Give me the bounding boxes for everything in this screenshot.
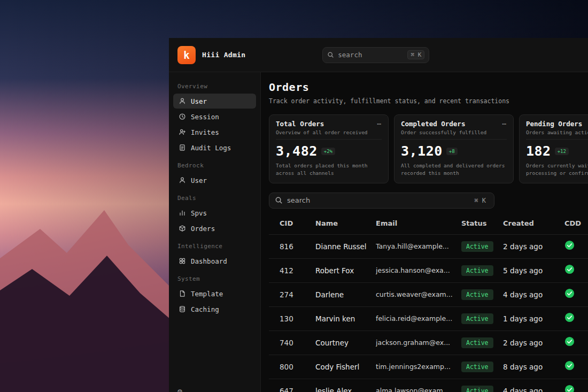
cell-status: Active bbox=[461, 361, 503, 372]
cell-name: Marvin ken bbox=[315, 314, 376, 323]
card-menu-button[interactable]: ⋯ bbox=[377, 122, 382, 126]
cell-cid: 412 bbox=[280, 266, 315, 275]
stat-card-total-orders: Total Orders ⋯ Overview of all order rec… bbox=[269, 114, 389, 183]
card-title: Pending Orders bbox=[526, 120, 582, 128]
database-icon bbox=[178, 305, 186, 313]
sidebar-item-label: Audit Logs bbox=[191, 144, 231, 152]
sidebar-item-user[interactable]: User bbox=[173, 94, 256, 109]
orders-table: CID Name Email Status Created CDD 816 Di… bbox=[269, 213, 588, 392]
cell-email: felicia.reid@example... bbox=[376, 314, 461, 322]
cell-cdd bbox=[564, 312, 588, 325]
mountain-silhouette bbox=[0, 178, 192, 392]
cell-created: 2 days ago bbox=[503, 339, 564, 347]
global-search[interactable]: ⌘ K bbox=[322, 47, 429, 63]
table-row[interactable]: 647 leslie Alex alma.lawson@exam... Acti… bbox=[269, 379, 588, 392]
sidebar-item-dashboard[interactable]: Dashboard bbox=[173, 253, 256, 268]
cell-status: Active bbox=[461, 385, 503, 392]
card-value: 3,482 bbox=[276, 143, 318, 159]
sidebar-item-invites[interactable]: Invites bbox=[173, 125, 256, 140]
status-badge: Active bbox=[461, 362, 493, 372]
column-header-name: Name bbox=[315, 219, 376, 227]
app-window: k Hiii Admin ⌘ K Overview User Session I… bbox=[169, 38, 588, 392]
sidebar-item-orders[interactable]: Orders bbox=[173, 221, 256, 236]
sidebar-item-label: User bbox=[191, 97, 207, 105]
cell-email: curtis.weaver@exam... bbox=[376, 290, 461, 298]
card-value: 182 bbox=[526, 143, 551, 159]
sidebar-item-spvs[interactable]: Spvs bbox=[173, 205, 256, 220]
card-description: All completed and delivered orders recor… bbox=[401, 162, 507, 178]
cell-cdd bbox=[564, 385, 588, 392]
sidebar-section-deals: Deals bbox=[169, 188, 260, 205]
card-value: 3,120 bbox=[401, 143, 443, 159]
search-shortcut-hint: ⌘ K bbox=[407, 50, 424, 59]
sidebar-item-label: User bbox=[191, 176, 207, 185]
cell-email: Tanya.hill@example... bbox=[376, 242, 461, 250]
sidebar-item-label: Spvs bbox=[191, 209, 207, 217]
cell-created: 4 days ago bbox=[503, 290, 564, 299]
cell-cid: 740 bbox=[280, 339, 315, 347]
check-circle-icon bbox=[564, 385, 575, 392]
user-icon bbox=[178, 176, 186, 185]
sidebar-item-audit-logs[interactable]: Audit Logs bbox=[173, 140, 256, 155]
sidebar-item-label: Orders bbox=[191, 225, 215, 233]
app-logo[interactable]: k bbox=[177, 46, 196, 64]
cell-email: alma.lawson@exam... bbox=[376, 387, 461, 392]
logo-glyph: k bbox=[183, 49, 189, 61]
sidebar-item-template[interactable]: Template bbox=[173, 286, 256, 301]
table-search-input[interactable] bbox=[287, 196, 467, 204]
sidebar-item-label: Invites bbox=[191, 128, 219, 136]
check-circle-icon bbox=[564, 288, 575, 298]
sidebar-section-intelligence: Intelligence bbox=[169, 236, 260, 253]
sidebar-item-label: Caching bbox=[191, 305, 219, 313]
sidebar-item-caching[interactable]: Caching bbox=[173, 302, 256, 317]
file-icon bbox=[178, 290, 186, 298]
clock-icon bbox=[178, 113, 186, 121]
table-row[interactable]: 740 Courtney jackson.graham@ex... Active… bbox=[269, 330, 588, 355]
card-menu-button[interactable]: ⋯ bbox=[502, 122, 507, 126]
column-header-email: Email bbox=[376, 219, 461, 227]
global-search-input[interactable] bbox=[338, 51, 404, 59]
sidebar-section-overview: Overview bbox=[169, 76, 260, 93]
sidebar-item-label: Dashboard bbox=[191, 257, 227, 265]
cell-cdd bbox=[564, 336, 588, 349]
check-circle-icon bbox=[564, 336, 575, 347]
settings-gear-icon[interactable]: ⚙ bbox=[177, 387, 182, 392]
cell-cid: 274 bbox=[280, 290, 315, 299]
check-circle-icon bbox=[564, 360, 575, 371]
cell-name: Darlene bbox=[315, 290, 376, 299]
status-badge: Active bbox=[461, 337, 493, 348]
cell-created: 5 days ago bbox=[503, 266, 564, 275]
card-description: Orders currently waiting for processing … bbox=[526, 162, 588, 178]
card-trend-badge: +2% bbox=[321, 148, 335, 155]
sidebar-item-bedrock-user[interactable]: User bbox=[173, 173, 256, 188]
cell-cid: 647 bbox=[280, 387, 315, 392]
table-row[interactable]: 130 Marvin ken felicia.reid@example... A… bbox=[269, 306, 588, 330]
document-icon bbox=[178, 144, 186, 152]
table-search-shortcut-hint: ⌘ K bbox=[471, 196, 489, 205]
cell-created: 8 days ago bbox=[503, 363, 564, 371]
table-row[interactable]: 816 Dianne Russel Tanya.hill@example... … bbox=[269, 234, 588, 258]
column-header-created: Created bbox=[503, 219, 564, 227]
box-icon bbox=[178, 225, 186, 233]
card-subtitle: Order successfully fulfilled bbox=[401, 129, 507, 140]
main-content: Orders Track order activity, fulfillment… bbox=[261, 72, 588, 392]
card-trend-badge: +8 bbox=[446, 148, 458, 155]
check-circle-icon bbox=[564, 240, 575, 250]
sidebar-item-label: Session bbox=[191, 113, 219, 121]
status-badge: Active bbox=[461, 313, 493, 324]
status-badge: Active bbox=[461, 386, 493, 392]
table-search[interactable]: ⌘ K bbox=[269, 193, 494, 209]
sidebar-item-session[interactable]: Session bbox=[173, 109, 256, 124]
table-row[interactable]: 412 Robert Fox jessica.hanson@exa... Act… bbox=[269, 258, 588, 282]
topbar: k Hiii Admin ⌘ K bbox=[169, 38, 588, 72]
table-row[interactable]: 274 Darlene curtis.weaver@exam... Active… bbox=[269, 282, 588, 306]
table-row[interactable]: 800 Cody Fisherl tim.jennings2examp... A… bbox=[269, 355, 588, 379]
cell-name: Dianne Russel bbox=[315, 242, 376, 251]
cell-email: tim.jennings2examp... bbox=[376, 363, 461, 371]
bar-chart-icon bbox=[178, 209, 186, 217]
cell-cdd bbox=[564, 360, 588, 373]
cell-cid: 130 bbox=[280, 314, 315, 323]
card-trend-badge: +12 bbox=[555, 148, 569, 155]
page-subtitle: Track order activity, fulfillment status… bbox=[269, 97, 588, 105]
brand-title: Hiii Admin bbox=[202, 51, 245, 59]
